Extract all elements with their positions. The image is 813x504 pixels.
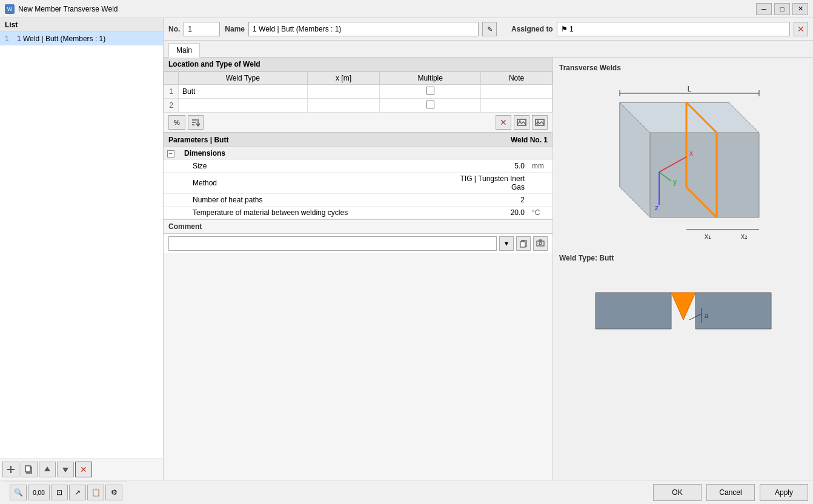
list-panel: List 1 1 Weld | Butt (Members : 1)	[0, 18, 164, 480]
row-num-1: 1	[164, 85, 179, 99]
middle-section: Location and Type of Weld Weld Type x [m…	[164, 58, 813, 480]
no-field: No.	[168, 22, 220, 36]
svg-rect-14	[520, 242, 525, 247]
svg-marker-40	[695, 293, 771, 329]
copy-button[interactable]	[21, 462, 38, 477]
header-row: No. Name ✎ Assigned to ✕	[164, 18, 813, 41]
settings-btn[interactable]: ⚙	[105, 485, 122, 500]
x-cell-1[interactable]	[307, 85, 380, 99]
table-row: 2	[164, 99, 553, 113]
svg-text:x₁: x₁	[705, 232, 711, 240]
name-label: Name	[225, 25, 245, 33]
note-cell-1[interactable]	[481, 85, 553, 99]
list-item-label: 1 Weld | Butt (Members : 1)	[17, 35, 105, 43]
close-button[interactable]: ✕	[792, 3, 808, 15]
assigned-label: Assigned to	[511, 25, 553, 33]
no-input[interactable]	[184, 22, 220, 36]
delete-button[interactable]: ✕	[75, 462, 92, 477]
minimize-button[interactable]: ─	[756, 3, 772, 15]
comment-dropdown-button[interactable]: ▾	[499, 236, 514, 251]
list-area: 1 1 Weld | Butt (Members : 1)	[0, 32, 163, 459]
multiple-checkbox-2[interactable]	[426, 101, 434, 108]
image-btn-1[interactable]	[514, 115, 529, 130]
x-cell-2[interactable]	[307, 99, 380, 113]
down-button[interactable]	[57, 462, 74, 477]
svg-rect-9	[517, 119, 526, 125]
svg-rect-18	[539, 240, 542, 241]
expand-cell[interactable]: −	[164, 147, 181, 160]
temp-unit: °C	[528, 207, 553, 219]
svg-text:a: a	[705, 311, 709, 320]
heat-value[interactable]: 2	[456, 194, 528, 207]
category-label: Dimensions	[181, 147, 553, 160]
svg-point-10	[519, 121, 521, 122]
multiple-cell-1[interactable]	[380, 85, 481, 99]
comment-paste-button[interactable]	[516, 236, 531, 251]
assigned-clear-button[interactable]: ✕	[794, 22, 808, 36]
note-cell-2[interactable]	[481, 99, 553, 113]
sort-button[interactable]	[188, 115, 204, 130]
comment-input[interactable]	[168, 236, 497, 251]
method-unit	[528, 173, 553, 194]
name-input[interactable]	[248, 22, 479, 36]
svg-rect-3	[25, 466, 30, 472]
grid-btn[interactable]: ⊡	[51, 485, 68, 500]
edit-name-button[interactable]: ✎	[482, 22, 497, 36]
col-x: x [m]	[307, 72, 380, 85]
comment-label: Comment	[164, 220, 553, 233]
main-panel: No. Name ✎ Assigned to ✕ Main	[164, 18, 813, 480]
size-value[interactable]: 5.0	[456, 160, 528, 173]
svg-rect-11	[536, 119, 544, 125]
table-row: 1 Butt	[164, 85, 553, 99]
assigned-input[interactable]	[557, 22, 790, 36]
arrow-btn[interactable]: ↗	[69, 485, 86, 500]
param-row-temp: Temperature of material between welding …	[164, 207, 553, 219]
bottom-toolbar: 🔍 0,00 ⊡ ↗ 📋 ⚙	[5, 482, 127, 503]
weld-type-cell-2[interactable]	[179, 99, 308, 113]
add-button[interactable]	[2, 462, 19, 477]
svg-rect-1	[7, 469, 15, 470]
list-item[interactable]: 1 1 Weld | Butt (Members : 1)	[0, 32, 163, 45]
value-btn[interactable]: 0,00	[28, 485, 50, 500]
diagram-panel: Transverse Welds	[553, 58, 813, 480]
method-value[interactable]: TIG | Tungsten Inert Gas	[456, 173, 528, 194]
dimensions-category: − Dimensions	[164, 147, 553, 160]
clipboard-btn[interactable]: 📋	[87, 485, 104, 500]
size-unit: mm	[528, 160, 553, 173]
list-item-num: 1	[5, 35, 15, 43]
list-toolbar: ✕	[0, 459, 163, 480]
window-title: New Member Transverse Weld	[18, 5, 118, 13]
ok-button[interactable]: OK	[653, 484, 702, 501]
comment-section: Comment ▾	[164, 219, 553, 253]
weld-type-cell-1[interactable]: Butt	[179, 85, 308, 99]
svg-marker-41	[671, 293, 695, 320]
cancel-button[interactable]: Cancel	[706, 484, 755, 501]
tab-bar: Main	[164, 41, 813, 58]
apply-button[interactable]: Apply	[760, 484, 808, 501]
multiple-checkbox-1[interactable]	[426, 87, 434, 94]
svg-rect-16	[537, 241, 544, 246]
minus-icon[interactable]: −	[167, 150, 174, 158]
temp-value[interactable]: 20.0	[456, 207, 528, 219]
percent-button[interactable]: %	[168, 115, 185, 130]
heat-unit	[528, 194, 553, 207]
svg-marker-4	[44, 466, 50, 471]
screenshot-button[interactable]	[533, 236, 548, 251]
params-table: − Dimensions Size 5.0 mm M	[164, 147, 553, 219]
svg-rect-15	[522, 240, 524, 242]
params-title: Parameters | Butt	[168, 136, 228, 144]
delete-row-button[interactable]: ✕	[496, 115, 511, 130]
col-multiple: Multiple	[380, 72, 481, 85]
svg-text:x: x	[689, 149, 693, 158]
maximize-button[interactable]: □	[774, 3, 790, 15]
image-btn-2[interactable]	[532, 115, 548, 130]
table-toolbar: %	[164, 113, 553, 133]
multiple-cell-2[interactable]	[380, 99, 481, 113]
up-button[interactable]	[39, 462, 56, 477]
search-bottom-btn[interactable]: 🔍	[10, 485, 27, 500]
transverse-welds-svg: L x₁ x₂ x	[565, 78, 801, 248]
svg-marker-5	[62, 468, 68, 472]
temp-label: Temperature of material between welding …	[181, 207, 456, 219]
weld-type-diagram: a	[559, 268, 807, 347]
tab-main[interactable]: Main	[168, 43, 200, 58]
